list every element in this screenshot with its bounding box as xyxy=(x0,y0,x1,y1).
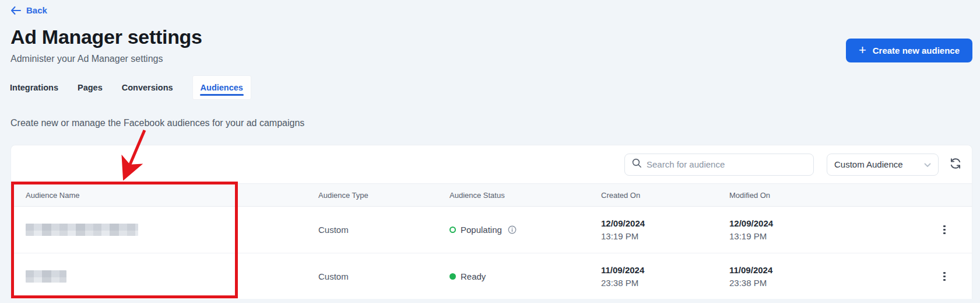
search-icon xyxy=(632,158,642,170)
create-new-audience-button[interactable]: + Create new audience xyxy=(846,39,972,62)
audience-type-filter-dropdown[interactable]: Custom Audience xyxy=(827,154,939,176)
modified-date: 12/09/2024 xyxy=(729,218,939,228)
table-row[interactable]: Custom Populating 12/09/2024 13:19 PM 12… xyxy=(11,207,972,253)
table-header-row: Audience Name Audience Type Audience Sta… xyxy=(11,183,972,207)
back-button[interactable]: Back xyxy=(10,5,47,15)
tab-pages[interactable]: Pages xyxy=(78,76,103,99)
audience-status-cell: Ready xyxy=(449,271,601,281)
modified-time: 13:19 PM xyxy=(729,231,939,241)
table-toolbar: Custom Audience xyxy=(11,145,972,183)
status-populating-icon xyxy=(449,227,456,233)
audience-search-box[interactable] xyxy=(624,154,814,176)
tab-integrations[interactable]: Integrations xyxy=(10,76,58,99)
audience-type-cell: Custom xyxy=(318,225,449,235)
row-actions-menu-icon[interactable] xyxy=(939,269,950,284)
filter-selected-value: Custom Audience xyxy=(834,159,903,169)
created-on-cell: 11/09/2024 23:38 PM xyxy=(601,265,729,288)
column-header-audience-type: Audience Type xyxy=(318,191,449,200)
create-button-label: Create new audience xyxy=(873,46,960,55)
page-title: Ad Manager settings xyxy=(10,26,202,48)
created-date: 11/09/2024 xyxy=(601,265,729,275)
modified-on-cell: 12/09/2024 13:19 PM xyxy=(729,218,939,241)
page-subtitle: Administer your Ad Manager settings xyxy=(10,54,163,64)
created-on-cell: 12/09/2024 13:19 PM xyxy=(601,218,729,241)
created-date: 12/09/2024 xyxy=(601,218,729,228)
modified-time: 23:38 PM xyxy=(729,278,939,288)
created-time: 23:38 PM xyxy=(601,278,729,288)
info-icon[interactable] xyxy=(508,225,517,234)
status-ready-icon xyxy=(449,273,456,280)
status-label: Ready xyxy=(461,271,486,281)
audience-type-cell: Custom xyxy=(318,271,449,281)
column-header-created-on: Created On xyxy=(601,191,729,200)
back-label: Back xyxy=(26,5,47,15)
column-header-audience-name: Audience Name xyxy=(26,191,318,200)
row-actions-menu-icon[interactable] xyxy=(939,222,950,238)
chevron-down-icon xyxy=(924,159,931,169)
column-header-audience-status: Audience Status xyxy=(449,191,601,200)
audience-name-redacted xyxy=(26,224,318,236)
audience-name-redacted xyxy=(26,270,318,283)
modified-date: 11/09/2024 xyxy=(729,265,939,275)
refresh-button[interactable] xyxy=(948,157,963,172)
table-row[interactable]: Custom Ready 11/09/2024 23:38 PM 11/09/2… xyxy=(11,253,972,299)
tab-bar: Integrations Pages Conversions Audiences xyxy=(10,75,251,100)
created-time: 13:19 PM xyxy=(601,231,729,241)
section-description: Create new or manage the Facebook audien… xyxy=(10,118,304,128)
audience-status-cell: Populating xyxy=(449,225,601,235)
plus-icon: + xyxy=(859,44,866,57)
tab-audiences[interactable]: Audiences xyxy=(192,75,251,100)
search-input[interactable] xyxy=(647,159,806,169)
status-label: Populating xyxy=(461,225,502,235)
column-header-modified-on: Modified On xyxy=(729,191,939,200)
audiences-table-card: Custom Audience Audience Name Audience T… xyxy=(10,145,972,299)
tab-conversions[interactable]: Conversions xyxy=(122,76,173,99)
modified-on-cell: 11/09/2024 23:38 PM xyxy=(729,265,939,288)
sync-icon xyxy=(949,156,963,172)
back-arrow-icon xyxy=(10,6,21,15)
